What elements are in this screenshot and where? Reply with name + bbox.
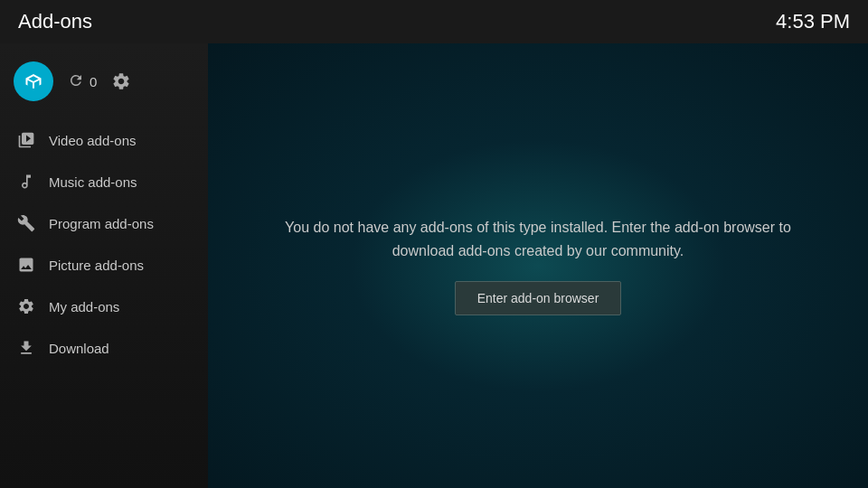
picture-icon [16,255,36,275]
sidebar-item-program-addons[interactable]: Program add-ons [0,202,208,244]
my-addons-icon [16,296,36,316]
program-icon [16,213,36,233]
sidebar-label-my-addons: My add-ons [49,299,119,314]
sidebar-label-program-addons: Program add-ons [49,216,154,231]
header-time: 4:53 PM [776,10,850,33]
settings-button[interactable] [111,71,131,91]
addon-icon-button[interactable] [14,61,53,101]
sidebar-label-picture-addons: Picture add-ons [49,258,144,273]
enter-addon-browser-button[interactable]: Enter add-on browser [455,281,622,315]
refresh-button[interactable]: 0 [68,72,97,91]
download-icon [16,338,36,358]
sidebar-item-picture-addons[interactable]: Picture add-ons [0,244,208,286]
box-icon [23,70,44,92]
sidebar-item-my-addons[interactable]: My add-ons [0,286,208,327]
sidebar-label-music-addons: Music add-ons [49,174,137,190]
sidebar-item-download[interactable]: Download [0,327,208,369]
refresh-icon [68,72,84,91]
content-area: You do not have any add-ons of this type… [208,43,868,488]
main-layout: 0 Video add-ons Music add-ons [0,43,868,488]
sidebar-top: 0 [0,52,208,119]
sidebar-label-download: Download [49,341,109,356]
page-title: Add-ons [18,10,92,33]
refresh-count: 0 [90,74,97,89]
sidebar-item-music-addons[interactable]: Music add-ons [0,161,208,202]
header: Add-ons 4:53 PM [0,0,868,43]
empty-state-message: You do not have any add-ons of this type… [267,216,809,262]
video-icon [16,130,36,150]
music-icon [16,172,36,192]
sidebar-label-video-addons: Video add-ons [49,133,136,148]
sidebar: 0 Video add-ons Music add-ons [0,43,208,488]
sidebar-item-video-addons[interactable]: Video add-ons [0,119,208,161]
